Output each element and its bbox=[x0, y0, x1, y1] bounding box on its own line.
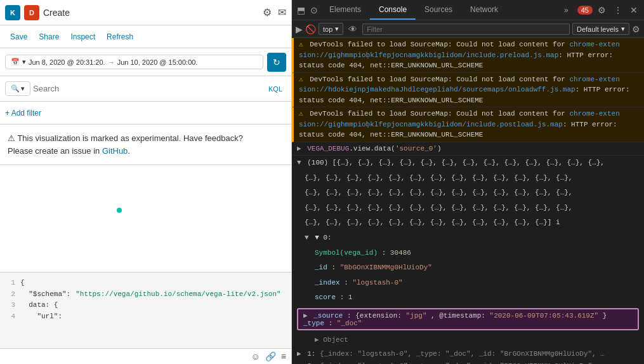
feedback-text: ⚠ This visualization is marked as experi… bbox=[8, 132, 284, 145]
mail-icon[interactable]: ✉ bbox=[278, 6, 286, 18]
save-button[interactable]: Save bbox=[5, 30, 32, 44]
console-array-5: {…}, {…}, {…}, {…}, {…}, {…}, {…}, {…}, … bbox=[292, 215, 644, 231]
visualization-area bbox=[0, 165, 291, 272]
action-bar: Save Share Inspect Refresh bbox=[0, 25, 291, 48]
bottom-toolbar: ☺ 🔗 ≡ bbox=[0, 348, 291, 364]
tab-network[interactable]: Network bbox=[461, 0, 507, 20]
more-tabs-button[interactable]: » bbox=[559, 6, 574, 15]
execute-button[interactable]: ▶ bbox=[296, 24, 303, 34]
chevron-down-icon: ▾ bbox=[335, 25, 339, 33]
list-item: ▶ 1: {_index: "logstash-0", _type: "_doc… bbox=[292, 348, 644, 361]
code-editor[interactable]: 1 { 2 "$schema": "https://vega/github.io… bbox=[0, 272, 291, 348]
code-line-1: 1 { bbox=[5, 278, 286, 289]
error-count-badge: 45 bbox=[577, 6, 593, 15]
console-array-4: {…}, {…}, {…}, {…}, {…}, {…}, {…}, {…}, … bbox=[292, 201, 644, 216]
top-context-selector[interactable]: top ▾ bbox=[319, 23, 343, 35]
console-settings-icon[interactable]: ⚙ bbox=[632, 24, 640, 34]
devtools-settings-icon[interactable]: ⚙ bbox=[595, 5, 608, 15]
date-arrow: → bbox=[108, 58, 115, 66]
console-filter-input[interactable] bbox=[362, 24, 570, 35]
feedback-create: Please create an issue in GitHub. bbox=[8, 145, 284, 158]
log-levels-selector[interactable]: Default levels ▾ bbox=[572, 23, 629, 35]
search-bar: 🔍 ▾ KQL bbox=[0, 76, 291, 102]
console-warn-1: ⚠ DevTools failed to load SourceMap: Cou… bbox=[292, 38, 644, 73]
github-link[interactable]: GitHub bbox=[102, 146, 128, 156]
date-range-selector[interactable]: 📅 ▾ Jun 8, 2020 @ 20:31:20. → Jun 10, 20… bbox=[5, 55, 263, 69]
tab-console[interactable]: Console bbox=[370, 0, 416, 20]
console-symbol: Symbol(vega_id) : 30486 bbox=[292, 246, 644, 261]
warning-icon: ⚠ bbox=[299, 110, 303, 118]
tab-sources[interactable]: Sources bbox=[416, 0, 461, 20]
highlighted-source-row: ▶ _source : {extension: "jpg" , @timesta… bbox=[297, 308, 639, 330]
warning-icon: ⚠ bbox=[299, 76, 303, 83]
devtools-more-icon[interactable]: ⋮ bbox=[611, 5, 625, 15]
source-line: ▶ _source : {extension: "jpg" , @timesta… bbox=[303, 311, 633, 320]
search-type-button[interactable]: 🔍 ▾ bbox=[5, 81, 30, 96]
console-id: _id : "BbGOnXIBNMMg0HlUioDy" bbox=[292, 260, 644, 276]
add-filter-button[interactable]: + Add filter bbox=[5, 109, 41, 118]
type-line: _type : "_doc" bbox=[303, 320, 633, 327]
kibana-icon: K bbox=[5, 5, 20, 20]
code-line-2: 2 "$schema": "https://vega/github.io/sch… bbox=[5, 289, 286, 300]
eye-icon[interactable]: 👁 bbox=[346, 24, 360, 34]
search-input-wrap bbox=[33, 84, 262, 93]
search-type-icon: 🔍 bbox=[11, 84, 20, 93]
date-bar: 📅 ▾ Jun 8, 2020 @ 20:31:20. → Jun 10, 20… bbox=[0, 48, 291, 76]
date-to: Jun 10, 2020 @ 15:00:00. bbox=[117, 58, 198, 66]
devtools-panel: ⬒ ⊙ Elements Console Sources Network » 4… bbox=[292, 0, 644, 364]
inspect-button[interactable]: Inspect bbox=[65, 30, 100, 44]
filter-bar: + Add filter bbox=[0, 102, 291, 125]
top-bar: K D Create ⚙ ✉ bbox=[0, 0, 291, 25]
chevron-down-icon: ▾ bbox=[621, 25, 625, 33]
devtools-header: ⬒ ⊙ Elements Console Sources Network » 4… bbox=[292, 0, 644, 20]
clear-button[interactable]: 🚫 bbox=[305, 24, 316, 34]
highlighted-source-container: ▶ _source : {extension: "jpg" , @timesta… bbox=[292, 306, 644, 333]
console-object-label: ▶ Object bbox=[292, 333, 644, 348]
code-line-3: 3 data: { bbox=[5, 300, 286, 311]
link-icon[interactable]: 🔗 bbox=[265, 351, 276, 361]
page-title: Create bbox=[43, 8, 259, 18]
refresh-button[interactable]: Refresh bbox=[102, 30, 138, 44]
date-from: Jun 8, 2020 @ 20:31:20. bbox=[29, 58, 105, 66]
data-point bbox=[117, 208, 122, 213]
code-line-4: 4 "url": bbox=[5, 311, 286, 323]
auto-refresh-button[interactable]: ↻ bbox=[267, 53, 286, 72]
console-item-0: ▼ ▼ 0: bbox=[292, 231, 644, 246]
console-array-3: {…}, {…}, {…}, {…}, {…}, {…}, {…}, {…}, … bbox=[292, 185, 644, 201]
cursor-icon[interactable]: ⊙ bbox=[308, 5, 320, 15]
kql-button[interactable]: KQL bbox=[265, 83, 286, 95]
dock-icon[interactable]: ⬒ bbox=[292, 5, 308, 15]
console-info-vega: ▶ VEGA_DEBUG.view.data('source_0') bbox=[292, 142, 644, 156]
warning-icon: ⚠ bbox=[299, 41, 303, 48]
list-item: ▶ 2: {_index: "logstash-0", _type: "_doc… bbox=[292, 360, 644, 364]
devtools-close-area: 45 ⚙ ⋮ ✕ bbox=[574, 5, 644, 15]
feedback-icon[interactable]: ☺ bbox=[251, 351, 260, 361]
close-icon[interactable]: ✕ bbox=[628, 5, 640, 15]
console-output[interactable]: ⚠ DevTools failed to load SourceMap: Cou… bbox=[292, 38, 644, 364]
console-array-2: {…}, {…}, {…}, {…}, {…}, {…}, {…}, {…}, … bbox=[292, 171, 644, 186]
add-filter-label: + Add filter bbox=[5, 109, 41, 118]
menu-icon[interactable]: ≡ bbox=[281, 351, 286, 361]
share-button[interactable]: Share bbox=[34, 30, 64, 44]
search-input[interactable] bbox=[33, 84, 262, 93]
console-score: score : 1 bbox=[292, 290, 644, 306]
feedback-bar: ⚠ This visualization is marked as experi… bbox=[0, 125, 291, 165]
console-toolbar: ▶ 🚫 top ▾ 👁 Default levels ▾ ⚙ bbox=[292, 20, 644, 38]
chevron-down-icon: ▾ bbox=[21, 84, 25, 93]
settings-icon[interactable]: ⚙ bbox=[263, 6, 272, 18]
console-warn-2: ⚠ DevTools failed to load SourceMap: Cou… bbox=[292, 73, 644, 108]
console-index: _index : "logstash-0" bbox=[292, 276, 644, 291]
console-array-header: ▼ (100) [{…}, {…}, {…}, {…}, {…}, {…}, {… bbox=[292, 156, 644, 171]
chevron-down-icon: ▾ bbox=[22, 58, 26, 66]
calendar-icon: 📅 bbox=[11, 58, 20, 66]
tab-elements[interactable]: Elements bbox=[320, 0, 370, 20]
app-letter-icon: D bbox=[24, 5, 39, 20]
left-panel: K D Create ⚙ ✉ Save Share Inspect Refres… bbox=[0, 0, 292, 364]
top-icons: ⚙ ✉ bbox=[263, 6, 286, 18]
console-warn-3: ⚠ DevTools failed to load SourceMap: Cou… bbox=[292, 107, 644, 142]
